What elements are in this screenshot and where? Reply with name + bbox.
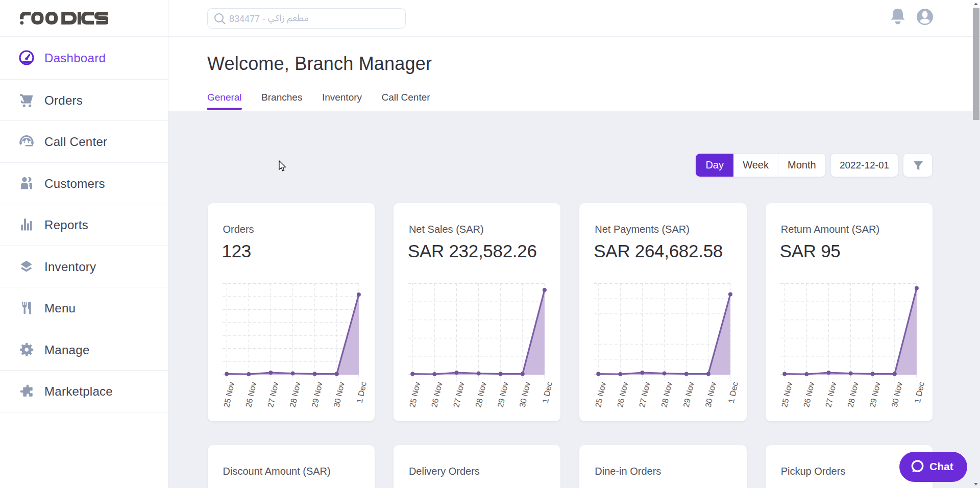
svg-text:26 Nov: 26 Nov [616, 381, 629, 408]
svg-text:29 Nov: 29 Nov [310, 381, 324, 408]
svg-text:1 Dec: 1 Dec [541, 381, 553, 404]
svg-text:27 Nov: 27 Nov [638, 381, 651, 408]
svg-text:25 Nov: 25 Nov [780, 381, 794, 408]
svg-text:28 Nov: 28 Nov [288, 381, 302, 408]
svg-text:1 Dec: 1 Dec [727, 381, 740, 404]
svg-text:25 Nov: 25 Nov [594, 381, 607, 408]
svg-text:28 Nov: 28 Nov [474, 381, 487, 408]
svg-text:25 Nov: 25 Nov [222, 381, 235, 408]
svg-text:29 Nov: 29 Nov [868, 381, 881, 408]
svg-text:25 Nov: 25 Nov [408, 381, 422, 408]
svg-text:27 Nov: 27 Nov [452, 381, 465, 408]
svg-text:1 Dec: 1 Dec [355, 381, 368, 404]
svg-text:30 Nov: 30 Nov [704, 381, 718, 408]
svg-text:29 Nov: 29 Nov [496, 381, 509, 408]
svg-text:1 Dec: 1 Dec [913, 381, 925, 404]
svg-text:30 Nov: 30 Nov [890, 381, 903, 408]
svg-text:26 Nov: 26 Nov [244, 381, 258, 408]
svg-text:27 Nov: 27 Nov [266, 381, 280, 408]
svg-text:26 Nov: 26 Nov [430, 381, 444, 408]
svg-text:28 Nov: 28 Nov [846, 381, 860, 408]
svg-text:27 Nov: 27 Nov [824, 381, 838, 408]
svg-text:26 Nov: 26 Nov [802, 381, 816, 408]
svg-text:28 Nov: 28 Nov [660, 381, 674, 408]
svg-text:29 Nov: 29 Nov [682, 381, 696, 408]
svg-text:30 Nov: 30 Nov [332, 381, 346, 408]
svg-text:30 Nov: 30 Nov [518, 381, 531, 408]
